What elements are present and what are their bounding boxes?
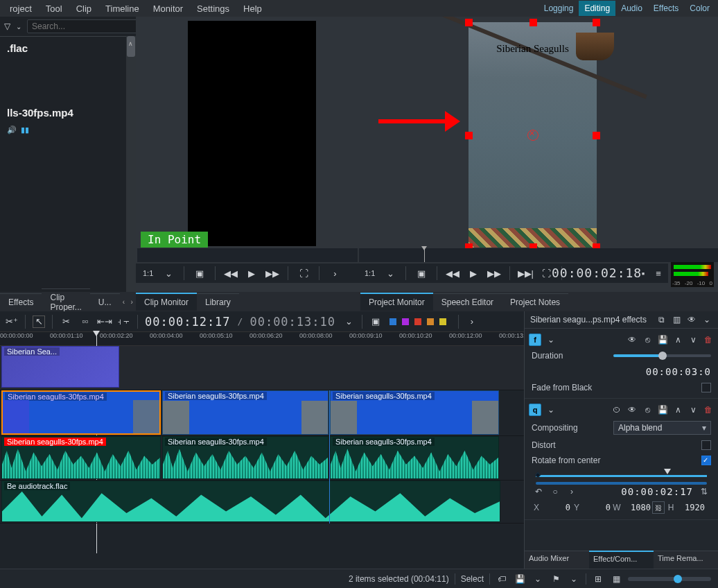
layout-tab-effects[interactable]: Effects bbox=[648, 1, 684, 16]
resize-handle-tl[interactable] bbox=[465, 19, 473, 26]
menu-help[interactable]: Help bbox=[236, 1, 269, 16]
resize-handle-l[interactable] bbox=[465, 132, 473, 139]
project-monitor-timecode[interactable]: 00:00:02:18 bbox=[552, 266, 642, 280]
fit-zoom-icon[interactable]: ⇤⇥ bbox=[98, 315, 111, 328]
preset-icon[interactable]: ⎋ bbox=[642, 404, 653, 415]
color-chip[interactable] bbox=[439, 318, 447, 326]
effect-header[interactable]: f ⌄ 👁 ⎋ 💾 ∧ ∨ 🗑 bbox=[529, 331, 714, 348]
select-tool-icon[interactable]: ↖ bbox=[33, 315, 45, 328]
eye-icon[interactable]: 👁 bbox=[686, 314, 697, 325]
color-chip[interactable] bbox=[426, 318, 435, 326]
save-icon[interactable]: 💾 bbox=[657, 404, 668, 415]
marker-icon[interactable]: ▪ bbox=[638, 268, 649, 279]
split-icon[interactable]: ▥ bbox=[671, 314, 682, 325]
chevron-down-icon[interactable]: ⌄ bbox=[385, 268, 396, 279]
chevron-down-icon[interactable]: ⌄ bbox=[545, 404, 557, 415]
kf-next-icon[interactable]: › bbox=[566, 486, 577, 497]
distort-checkbox[interactable] bbox=[701, 440, 711, 450]
kf-timecode[interactable]: 00:00:02:17 bbox=[621, 486, 693, 497]
crop-icon[interactable]: ⛶ bbox=[298, 268, 309, 279]
layout-tab-logging[interactable]: Logging bbox=[538, 1, 579, 16]
eye-icon[interactable]: 👁 bbox=[627, 334, 638, 345]
tab-time-remap[interactable]: Time Rema... bbox=[654, 551, 718, 569]
chevron-down-icon[interactable]: ⌄ bbox=[342, 315, 355, 328]
keyframe-slider[interactable] bbox=[536, 471, 707, 481]
more-right-icon[interactable]: › bbox=[466, 315, 478, 328]
rewind-icon[interactable]: ◀◀ bbox=[225, 268, 236, 279]
bin-item-mp4[interactable]: lls-30fps.mp4 bbox=[0, 101, 136, 124]
menu-settings[interactable]: Settings bbox=[190, 1, 236, 16]
zoom-level[interactable]: 1:1 bbox=[143, 269, 153, 277]
menu-project[interactable]: roject bbox=[3, 1, 39, 16]
menu-tool[interactable]: Tool bbox=[39, 1, 69, 16]
video-clip[interactable]: Siberian seagulls-30fps.mp4 bbox=[162, 390, 329, 435]
bin-item-flac[interactable]: .flac bbox=[0, 37, 136, 60]
delete-icon[interactable]: 🗑 bbox=[703, 404, 714, 415]
cut-icon[interactable]: ✂ bbox=[60, 315, 72, 328]
y-field[interactable]: 0 bbox=[583, 503, 611, 512]
layout-tab-audio[interactable]: Audio bbox=[615, 1, 648, 16]
kf-spinner-icon[interactable]: ⇅ bbox=[699, 486, 710, 497]
move-up-icon[interactable]: ∧ bbox=[672, 334, 683, 345]
tab-audio-mixer[interactable]: Audio Mixer bbox=[525, 551, 589, 569]
compositing-select[interactable]: Alpha blend bbox=[613, 421, 711, 435]
menu-monitor[interactable]: Monitor bbox=[146, 1, 190, 16]
delete-icon[interactable]: 🗑 bbox=[703, 334, 714, 345]
snap-icon[interactable]: ⊞ bbox=[592, 573, 604, 585]
music-track[interactable]: Be audiotrack.flac bbox=[0, 481, 524, 524]
save-disk-icon[interactable]: 💾 bbox=[514, 573, 526, 585]
save-icon[interactable]: 💾 bbox=[657, 334, 668, 345]
video-clip[interactable]: Siberian seagulls-30fps.mp4 bbox=[330, 390, 499, 435]
clip-monitor-ruler[interactable] bbox=[137, 248, 358, 262]
video-track[interactable]: Siberian seagulls-30fps.mp4 Siberian sea… bbox=[0, 390, 524, 436]
proxy-icon[interactable]: ▣ bbox=[369, 315, 382, 328]
color-chip[interactable] bbox=[401, 318, 410, 326]
layout-tab-color[interactable]: Color bbox=[684, 1, 715, 16]
kf-center-icon[interactable]: ○ bbox=[550, 486, 561, 497]
eye-icon[interactable]: 👁 bbox=[627, 404, 638, 415]
pm-zoom-level[interactable]: 1:1 bbox=[365, 269, 375, 277]
chevron-down-icon[interactable]: ⌄ bbox=[568, 573, 580, 585]
rotate-checkbox[interactable] bbox=[701, 456, 711, 465]
timeline-pos-tc[interactable]: 00:00:12:17 bbox=[145, 315, 231, 329]
zone-in-icon[interactable]: ▣ bbox=[194, 268, 205, 279]
ripple-icon[interactable]: ⫞⫟ bbox=[118, 315, 130, 328]
w-field[interactable]: 1080 bbox=[623, 503, 651, 512]
subtitle-icon[interactable]: ▦ bbox=[610, 573, 622, 585]
color-chip[interactable] bbox=[414, 318, 422, 326]
tab-undo[interactable]: U... bbox=[90, 293, 120, 311]
fast-forward-icon[interactable]: ▶▶| bbox=[520, 268, 531, 279]
resize-handle-tr[interactable] bbox=[593, 19, 600, 26]
color-chip[interactable] bbox=[389, 318, 397, 326]
menu-clip[interactable]: Clip bbox=[69, 1, 98, 16]
chevron-down-icon[interactable]: ⌄ bbox=[532, 573, 544, 585]
resize-handle-t[interactable] bbox=[529, 19, 537, 26]
preset-icon[interactable]: ⎋ bbox=[642, 334, 653, 345]
crop-icon[interactable]: ⛶ bbox=[541, 268, 552, 279]
project-monitor-ruler[interactable] bbox=[359, 248, 718, 262]
fade-checkbox[interactable] bbox=[701, 383, 711, 392]
razor-icon[interactable]: ✂⁺ bbox=[6, 315, 18, 328]
search-input[interactable] bbox=[27, 19, 141, 33]
hamburger-icon[interactable]: ≡ bbox=[653, 268, 664, 279]
layout-tab-editing[interactable]: Editing bbox=[579, 1, 615, 16]
chevron-down-icon[interactable]: ⌄ bbox=[163, 268, 174, 279]
tag-icon[interactable]: 🏷 bbox=[496, 573, 508, 585]
bin-scrollbar[interactable]: ∧ bbox=[126, 36, 136, 308]
audio-meter[interactable]: -35-20-100 bbox=[671, 262, 714, 287]
title-track[interactable]: Siberian Sea... bbox=[0, 346, 524, 390]
tab-clip-monitor[interactable]: Clip Monitor bbox=[136, 293, 197, 311]
title-clip[interactable]: Siberian Sea... bbox=[1, 346, 119, 388]
forward-icon[interactable]: ▶▶ bbox=[489, 268, 500, 279]
project-monitor-playhead[interactable] bbox=[424, 248, 425, 262]
chevron-right-icon[interactable]: › bbox=[329, 268, 340, 279]
tab-effect-comp[interactable]: Effect/Com... bbox=[589, 551, 654, 569]
chevron-down-icon[interactable]: ⌄ bbox=[545, 334, 557, 345]
forward-icon[interactable]: ▶▶ bbox=[267, 268, 278, 279]
tab-project-notes[interactable]: Project Notes bbox=[502, 293, 568, 311]
move-up-icon[interactable]: ∧ bbox=[672, 404, 683, 415]
h-field[interactable]: 1920 bbox=[677, 503, 705, 512]
timeline-ruler[interactable]: 00:00:00:00 00:00:01:10 00:00:02:20 00:0… bbox=[0, 332, 524, 346]
spacer-icon[interactable]: ▫▫ bbox=[79, 315, 91, 328]
audio-clip-selected[interactable]: Siberian seagulls-30fps.mp4 bbox=[1, 436, 161, 479]
